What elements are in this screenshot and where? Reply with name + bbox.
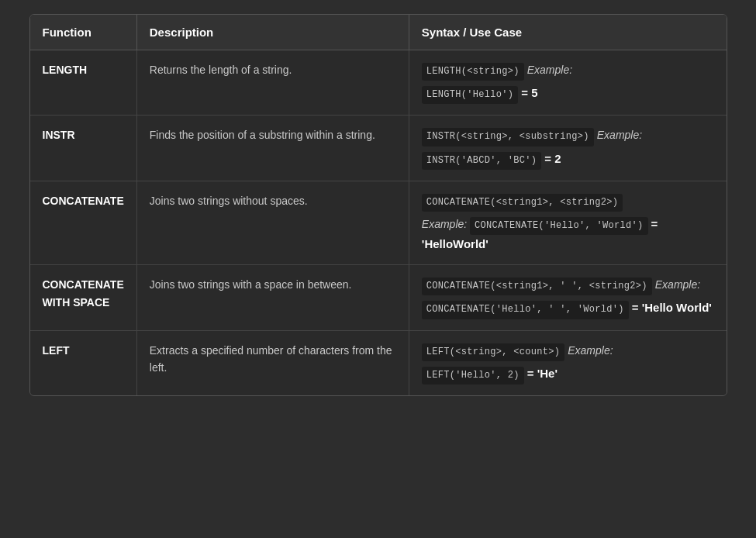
table-row: INSTR Finds the position of a substring … bbox=[30, 116, 727, 181]
func-cell: CONCATENATEWITH SPACE bbox=[30, 265, 137, 330]
example-result: = 2 bbox=[544, 152, 561, 165]
example-label: Example: bbox=[422, 218, 470, 230]
example-label: Example: bbox=[568, 344, 613, 357]
example-block: CONCATENATE('Hello', ' ', 'World') = 'He… bbox=[422, 298, 714, 319]
syntax-template: LENGTH(<string>) bbox=[422, 63, 524, 81]
table-row: LENGTH Returns the length of a string. L… bbox=[30, 50, 727, 116]
func-cell: LENGTH bbox=[30, 50, 137, 116]
description-text: Returns the length of a string. bbox=[150, 64, 292, 76]
desc-cell: Joins two strings without spaces. bbox=[136, 181, 409, 264]
example-block: LENGTH('Hello') = 5 bbox=[422, 84, 714, 104]
syntax-cell: LENGTH(<string>) Example: LENGTH('Hello'… bbox=[409, 50, 726, 116]
syntax-template: INSTR(<string>, <substring>) bbox=[422, 128, 594, 146]
example-call: LENGTH('Hello') bbox=[422, 86, 519, 104]
main-table-container: Function Description Syntax / Use Case L… bbox=[29, 14, 727, 396]
description-text: Finds the position of a substring within… bbox=[150, 129, 375, 141]
example-call: LEFT('Hello', 2) bbox=[422, 367, 524, 385]
syntax-cell: LEFT(<string>, <count>) Example: LEFT('H… bbox=[409, 330, 726, 395]
syntax-template: LEFT(<string>, <count>) bbox=[422, 343, 565, 361]
table-row: CONCATENATE Joins two strings without sp… bbox=[30, 181, 727, 264]
desc-cell: Returns the length of a string. bbox=[136, 50, 409, 116]
example-label: Example: bbox=[527, 64, 572, 76]
table-row: CONCATENATEWITH SPACE Joins two strings … bbox=[30, 265, 727, 330]
example-block: Example: CONCATENATE('Hello', 'World') =… bbox=[422, 215, 714, 253]
example-call: INSTR('ABCD', 'BC') bbox=[422, 152, 542, 170]
func-cell: CONCATENATE bbox=[30, 181, 137, 264]
example-result: = 'He' bbox=[527, 367, 558, 380]
function-name: INSTR bbox=[43, 129, 75, 141]
table-row: LEFT Extracts a specified number of char… bbox=[30, 330, 727, 395]
syntax-cell: CONCATENATE(<string1>, <string2>) Exampl… bbox=[409, 181, 726, 264]
func-cell: LEFT bbox=[30, 330, 137, 395]
header-row: Function Description Syntax / Use Case bbox=[30, 15, 727, 50]
header-syntax: Syntax / Use Case bbox=[409, 15, 726, 50]
header-function: Function bbox=[30, 15, 137, 50]
syntax-template: CONCATENATE(<string1>, <string2>) bbox=[422, 194, 623, 212]
header-description: Description bbox=[136, 15, 409, 50]
function-name: LEFT bbox=[43, 344, 70, 357]
example-block: INSTR('ABCD', 'BC') = 2 bbox=[422, 150, 714, 170]
example-label: Example: bbox=[597, 129, 642, 141]
description-text: Extracts a specified number of character… bbox=[150, 344, 392, 374]
example-label: Example: bbox=[655, 278, 700, 291]
example-call: CONCATENATE('Hello', 'World') bbox=[470, 217, 648, 235]
example-result: = 5 bbox=[521, 86, 537, 99]
example-call: CONCATENATE('Hello', ' ', 'World') bbox=[422, 301, 629, 319]
desc-cell: Extracts a specified number of character… bbox=[136, 330, 409, 395]
reference-table: Function Description Syntax / Use Case L… bbox=[30, 15, 727, 395]
syntax-template: CONCATENATE(<string1>, ' ', <string2>) bbox=[422, 278, 652, 295]
syntax-cell: CONCATENATE(<string1>, ' ', <string2>) E… bbox=[409, 265, 726, 330]
function-name: LENGTH bbox=[43, 64, 88, 76]
func-cell: INSTR bbox=[30, 116, 137, 181]
syntax-cell: INSTR(<string>, <substring>) Example: IN… bbox=[409, 116, 726, 181]
function-name: CONCATENATEWITH SPACE bbox=[43, 278, 124, 308]
description-text: Joins two strings with a space in betwee… bbox=[150, 278, 352, 291]
function-name: CONCATENATE bbox=[43, 195, 124, 207]
example-result: = 'Hello World' bbox=[632, 301, 712, 314]
desc-cell: Finds the position of a substring within… bbox=[136, 116, 409, 181]
example-block: LEFT('Hello', 2) = 'He' bbox=[422, 364, 714, 385]
description-text: Joins two strings without spaces. bbox=[150, 195, 308, 207]
desc-cell: Joins two strings with a space in betwee… bbox=[136, 265, 409, 330]
